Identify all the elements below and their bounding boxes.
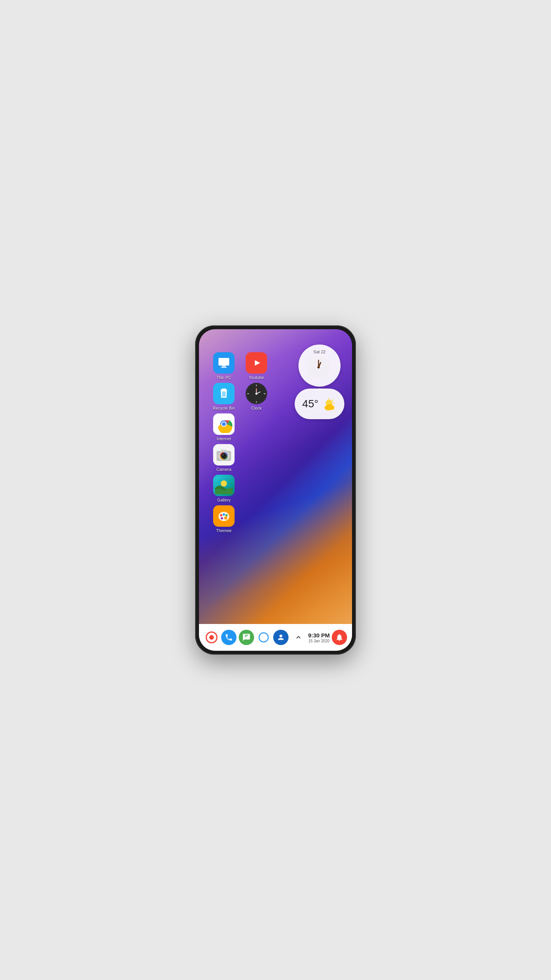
- internet-label: Internet: [217, 436, 231, 441]
- svg-point-23: [222, 422, 226, 426]
- dock-phone-icon[interactable]: [221, 630, 236, 645]
- bell-svg: [335, 633, 344, 642]
- contacts-svg: [277, 633, 285, 642]
- gallery-label: Gallery: [217, 498, 231, 502]
- status-date: 15 Jan 2020: [308, 639, 329, 643]
- svg-point-37: [218, 512, 229, 521]
- camera-label: Camera: [216, 467, 231, 472]
- chrome-svg: [215, 415, 233, 433]
- clock-widget-face: [306, 355, 333, 382]
- svg-point-43: [224, 516, 227, 519]
- svg-point-38: [220, 514, 222, 516]
- app-icon-internet[interactable]: Internet: [210, 413, 237, 441]
- svg-rect-2: [221, 367, 227, 368]
- weather-widget[interactable]: 45°: [295, 389, 344, 419]
- svg-point-54: [326, 404, 333, 409]
- svg-point-35: [221, 480, 227, 487]
- dock-messages-icon[interactable]: [239, 630, 254, 645]
- gallery-svg: [215, 477, 233, 494]
- youtube-icon-img: [246, 352, 267, 374]
- app-row-2: Recycle Bin: [210, 383, 270, 410]
- target-svg: [205, 631, 218, 644]
- app-icon-gallery[interactable]: Gallery: [210, 475, 237, 502]
- app-row-3: Internet: [210, 413, 270, 441]
- thicpc-label: Thic PC: [216, 375, 231, 380]
- svg-line-50: [332, 400, 333, 401]
- recyclebin-label: Recycle Bin: [213, 406, 235, 410]
- app-icon-youtube[interactable]: Youtube: [243, 352, 270, 380]
- thicpc-svg: [217, 356, 230, 369]
- svg-point-33: [223, 455, 224, 456]
- chevron-svg: [294, 633, 303, 642]
- dock-contacts-icon[interactable]: [273, 630, 289, 645]
- svg-point-60: [259, 633, 268, 642]
- app-row-6: Themee: [210, 505, 270, 533]
- app-icon-camera[interactable]: Camera: [210, 444, 237, 472]
- youtube-svg: [249, 356, 263, 370]
- svg-point-56: [209, 635, 214, 640]
- camera-svg: [215, 446, 233, 464]
- svg-point-57: [245, 637, 245, 638]
- internet-icon-img: [213, 413, 235, 435]
- clock-app-label: Clock: [251, 406, 262, 410]
- youtube-label: Youtube: [249, 375, 264, 380]
- svg-point-58: [246, 637, 246, 638]
- weather-icon: [321, 396, 337, 412]
- messages-svg: [242, 633, 251, 642]
- svg-point-17: [255, 392, 257, 394]
- themee-label: Themee: [216, 528, 231, 533]
- dock-circle-icon[interactable]: [256, 630, 271, 645]
- app-row-5: Gallery: [210, 475, 270, 502]
- app-icon-clock[interactable]: Clock: [243, 383, 270, 410]
- svg-rect-5: [220, 390, 227, 390]
- svg-point-40: [225, 514, 228, 516]
- app-row-1: Thic PC Youtube: [210, 352, 270, 380]
- clock-app-svg: [246, 383, 267, 404]
- app-icon-themee[interactable]: Themee: [210, 505, 237, 533]
- svg-point-47: [318, 366, 320, 369]
- svg-rect-0: [218, 358, 229, 366]
- svg-point-42: [221, 517, 223, 519]
- svg-point-39: [223, 513, 225, 516]
- themee-svg: [215, 507, 233, 525]
- clock-widget[interactable]: Sat 22: [298, 345, 341, 387]
- circle-svg: [258, 632, 269, 643]
- svg-rect-4: [222, 389, 226, 390]
- dock-notification-icon[interactable]: [332, 630, 347, 645]
- camera-icon-img: [213, 444, 235, 466]
- weather-temperature: 45°: [302, 398, 318, 410]
- dock-target-icon[interactable]: [204, 630, 219, 645]
- svg-rect-26: [221, 450, 227, 452]
- app-icon-thicpc[interactable]: Thic PC: [210, 352, 237, 380]
- app-icon-recyclebin[interactable]: Recycle Bin: [210, 383, 237, 410]
- gallery-icon-img: [213, 475, 235, 496]
- screen-content: Thic PC Youtube: [199, 329, 352, 651]
- clock-icon-img: [246, 383, 267, 404]
- dock-chevron-icon[interactable]: [291, 630, 306, 645]
- themee-icon-img: [213, 505, 235, 527]
- svg-point-61: [280, 635, 282, 637]
- status-time: 9:30 PM: [308, 632, 330, 639]
- recyclebin-icon-img: [213, 383, 235, 404]
- phone-screen: Thic PC Youtube: [199, 329, 352, 651]
- bottom-dock: 9:30 PM 15 Jan 2020: [199, 624, 352, 651]
- phone-frame: Thic PC Youtube: [195, 325, 356, 655]
- svg-rect-1: [222, 366, 226, 367]
- svg-point-59: [247, 637, 248, 638]
- app-row-4: Camera: [210, 444, 270, 472]
- thicpc-icon-img: [213, 352, 235, 374]
- clock-widget-date: Sat 22: [313, 350, 326, 354]
- recyclebin-svg: [217, 387, 230, 400]
- status-area: 9:30 PM 15 Jan 2020: [308, 632, 330, 643]
- phone-svg: [225, 633, 233, 642]
- clock-widget-svg: [306, 355, 331, 380]
- app-grid: Thic PC Youtube: [210, 352, 270, 533]
- svg-marker-3: [255, 360, 260, 366]
